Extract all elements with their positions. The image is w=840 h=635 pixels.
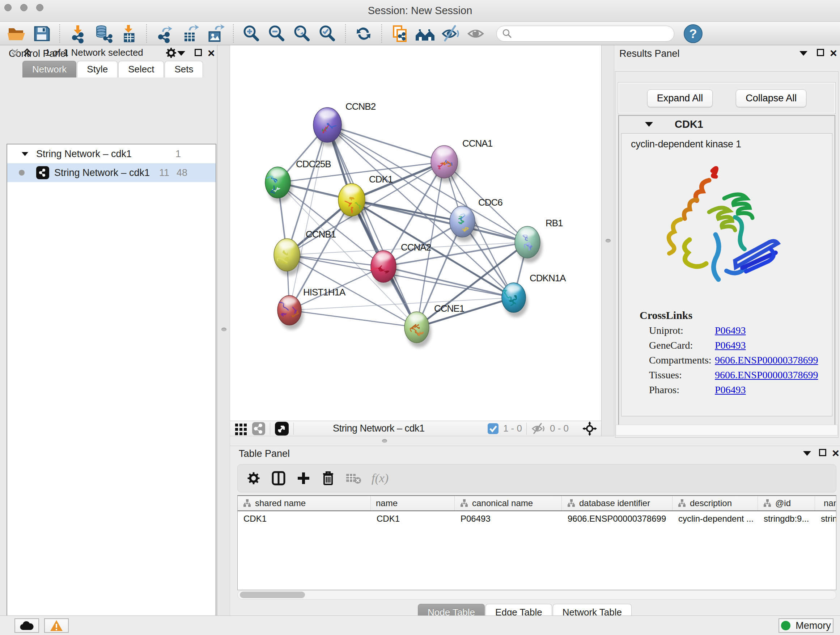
cloud-service-button[interactable] <box>14 618 39 633</box>
node-description: cyclin-dependent kinase 1 <box>631 139 832 150</box>
table-panel-close-icon[interactable]: × <box>832 449 839 456</box>
selected-node-edge-count: 1 - 0 <box>503 423 522 434</box>
left-splitter[interactable] <box>217 45 230 616</box>
create-column-plus-icon[interactable] <box>296 471 311 486</box>
tab-select[interactable]: Select <box>118 61 164 78</box>
results-panel-close-icon[interactable]: × <box>830 49 837 57</box>
network-node-HIST1H1A[interactable] <box>278 295 303 330</box>
table-body: CDK1CDK1P064939606.ENSP00000378699cyclin… <box>238 511 836 526</box>
crosslink-label: Uniprot: <box>649 325 715 336</box>
node-label-CDK1: CDK1 <box>369 174 393 185</box>
column-header-name[interactable]: name <box>371 496 455 510</box>
control-panel-float-icon[interactable] <box>195 49 202 56</box>
table-toolbar: f(x) <box>237 464 836 492</box>
zoom-in-icon[interactable] <box>240 24 263 44</box>
crosslink-link[interactable]: 9606.ENSP00000378699 <box>715 369 818 381</box>
column-header-canonical-name[interactable]: canonical name <box>455 496 562 510</box>
zoom-selected-icon[interactable] <box>316 24 339 44</box>
birds-eye-crosshair-icon[interactable] <box>583 421 597 436</box>
table-cell[interactable]: P06493 <box>455 514 562 524</box>
search-input[interactable] <box>515 28 667 39</box>
zoom-fit-icon[interactable] <box>291 24 313 44</box>
network-node-CCNB2[interactable] <box>313 108 344 147</box>
open-session-icon[interactable] <box>5 24 27 44</box>
memory-button[interactable]: Memory <box>778 618 834 633</box>
save-session-icon[interactable] <box>30 24 53 44</box>
warnings-button[interactable] <box>44 618 69 633</box>
window-title: Session: New Session <box>0 0 840 22</box>
grid-view-icon[interactable] <box>234 422 248 435</box>
network-node-RB1[interactable] <box>515 226 542 263</box>
network-row[interactable]: String Network – cdk1 11 48 <box>7 163 216 182</box>
table-cell[interactable]: 9606.ENSP00000378699 <box>562 514 673 524</box>
column-header-shared-name[interactable]: shared name <box>238 496 371 510</box>
tab-network[interactable]: Network <box>22 61 76 78</box>
results-panel-menu-icon[interactable] <box>799 51 807 56</box>
network-node-CDC6[interactable] <box>450 206 477 242</box>
export-table-file-icon[interactable] <box>179 24 201 44</box>
network-edge-CCNA2-CDKN1A[interactable] <box>384 266 514 298</box>
open-in-new-window-icon[interactable] <box>275 421 289 436</box>
node-result-header[interactable]: CDK1 <box>619 116 835 133</box>
scrollbar-thumb[interactable] <box>240 592 305 598</box>
network-view-icon[interactable] <box>252 422 265 435</box>
network-node-CCNE1[interactable] <box>404 312 431 348</box>
tab-sets[interactable]: Sets <box>164 61 203 78</box>
network-collection-row[interactable]: String Network – cdk1 1 <box>7 144 216 163</box>
results-panel-float-icon[interactable] <box>817 49 824 56</box>
table-horizontal-scrollbar[interactable] <box>237 590 836 600</box>
node-label-CCNB2: CCNB2 <box>346 101 376 112</box>
import-table-file-icon[interactable] <box>117 24 140 44</box>
network-edge-CCNB2-CCNA1[interactable] <box>327 125 444 162</box>
column-header-@id[interactable]: @id <box>758 496 815 510</box>
column-header-namespace[interactable]: namespace <box>815 496 836 510</box>
table-cell[interactable]: stringdb:9... <box>758 514 815 524</box>
network-edge-HIST1H1A-CCNE1[interactable] <box>289 310 417 327</box>
string-home-icon[interactable] <box>414 24 436 44</box>
collection-expand-icon[interactable] <box>22 152 28 156</box>
table-cell[interactable]: cyclin-dependent ... <box>673 514 758 524</box>
network-edge-count: 48 <box>177 167 187 179</box>
tab-style[interactable]: Style <box>77 61 118 78</box>
apply-style-refresh-icon[interactable] <box>352 24 375 44</box>
network-node-CCNA2[interactable] <box>370 250 398 287</box>
table-row[interactable]: CDK1CDK1P064939606.ENSP00000378699cyclin… <box>238 511 836 526</box>
network-options-gear-icon[interactable] <box>165 47 177 59</box>
table-cell[interactable]: stringdb <box>815 514 836 524</box>
zoom-out-icon[interactable] <box>265 24 288 44</box>
network-canvas[interactable]: CCNB2CCNA1CDC25BCDK1CDC6RB1CCNB1CCNA2CDK… <box>230 45 601 421</box>
show-columns-icon[interactable] <box>271 470 286 486</box>
clone-network-icon[interactable] <box>388 24 411 44</box>
table-cell[interactable]: CDK1 <box>371 514 455 524</box>
help-button[interactable]: ? <box>684 24 703 43</box>
crosslink-link[interactable]: P06493 <box>715 325 746 336</box>
crosslink-link[interactable]: P06493 <box>715 384 746 396</box>
import-network-file-icon[interactable] <box>66 24 89 44</box>
delete-column-trash-icon[interactable] <box>321 470 335 486</box>
search-field[interactable] <box>496 26 674 42</box>
network-node-CDC25B[interactable] <box>265 167 293 203</box>
crosslink-link[interactable]: 9606.ENSP00000378699 <box>715 355 818 366</box>
network-edge-CCNB2-RB1[interactable] <box>327 125 527 242</box>
string-results-buttons: Expand All Collapse All <box>618 82 835 114</box>
table-panel-menu-icon[interactable] <box>803 451 811 456</box>
right-splitter[interactable] <box>601 45 614 436</box>
export-network-file-icon[interactable] <box>153 24 176 44</box>
column-header-database-identifier[interactable]: database identifier <box>562 496 673 510</box>
control-panel-close-icon[interactable]: × <box>208 49 215 57</box>
collapse-all-button[interactable]: Collapse All <box>736 89 806 107</box>
column-header-description[interactable]: description <box>673 496 758 510</box>
show-all-eye-icon[interactable] <box>464 24 487 44</box>
hide-selected-eye-slash-icon[interactable] <box>439 24 462 44</box>
crosslink-link[interactable]: P06493 <box>715 340 746 351</box>
table-cell[interactable]: CDK1 <box>238 514 371 524</box>
results-panel-scrollbar[interactable] <box>616 424 838 435</box>
table-options-gear-icon[interactable] <box>246 471 261 486</box>
expand-all-button[interactable]: Expand All <box>647 89 713 107</box>
export-image-icon[interactable] <box>204 24 226 44</box>
import-network-database-icon[interactable] <box>92 24 114 44</box>
network-node-CDKN1A[interactable] <box>502 283 528 317</box>
table-panel-float-icon[interactable] <box>819 449 826 456</box>
section-collapse-icon[interactable] <box>645 122 653 127</box>
selected-checkbox-icon[interactable] <box>487 423 499 434</box>
